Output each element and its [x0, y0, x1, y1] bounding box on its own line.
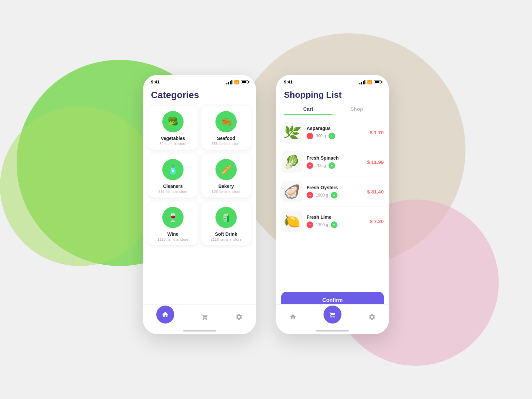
item-image-asparagus: 🌿: [281, 122, 303, 143]
wifi-icon-right: 📶: [367, 80, 372, 84]
item-info-spinach: Fresh Spinach − 700 g +: [307, 155, 363, 169]
bottom-nav-right: [276, 304, 389, 334]
qty-text-asparagus: 300 g: [316, 134, 326, 138]
category-icon-bakery: 🥖: [215, 159, 237, 180]
category-name-vegetables: Vegetables: [161, 136, 185, 141]
nav-home-left[interactable]: [156, 312, 174, 324]
item-info-lime: Fresh Lime − 1100 g +: [307, 214, 366, 228]
status-bar-left: 9:41 📶: [143, 75, 256, 87]
category-card-bakery[interactable]: 🥖 Bakery 106 items in store: [201, 154, 251, 198]
qty-text-lime: 1100 g: [316, 222, 328, 227]
category-name-bakery: Bakery: [218, 184, 234, 189]
qty-plus-oysters[interactable]: +: [331, 192, 337, 199]
categories-grid: 🥦 Vegetables 32 items in store 🦐 Seafood…: [143, 106, 256, 245]
category-icon-wine: 🍷: [162, 207, 184, 228]
nav-settings-left[interactable]: [235, 313, 243, 323]
bg-blob-green2: [0, 106, 160, 266]
qty-minus-lime[interactable]: −: [307, 221, 313, 228]
bottom-nav-left: [143, 304, 256, 334]
item-price-spinach: $ 11.99: [367, 159, 384, 165]
category-name-cleaners: Cleaners: [163, 184, 183, 189]
battery-icon: [241, 80, 248, 84]
signal-icon-right: [359, 80, 365, 84]
category-card-cleaners[interactable]: 🧴 Cleaners 316 items in store: [148, 154, 198, 198]
item-name-asparagus: Asparagus: [307, 126, 366, 131]
item-qty-row-spinach: − 700 g +: [307, 162, 363, 169]
category-count-vegetables: 32 items in store: [160, 142, 187, 146]
qty-plus-asparagus[interactable]: +: [329, 133, 335, 139]
tab-cart[interactable]: Cart: [284, 103, 332, 115]
category-icon-cleaners: 🧴: [162, 159, 184, 180]
item-name-spinach: Fresh Spinach: [307, 155, 363, 161]
nav-cart-right[interactable]: [324, 312, 341, 324]
qty-plus-lime[interactable]: +: [331, 221, 337, 228]
home-icon-active: [156, 306, 174, 324]
phone-shopping: 9:41 📶 Shopping List Cart Shop: [276, 75, 389, 334]
item-fresh-lime: 🍋 Fresh Lime − 1100 g + $ 7.20: [281, 206, 384, 236]
category-card-seafood[interactable]: 🦐 Seafood 656 items in store: [201, 106, 251, 150]
category-icon-softdrink: 🧃: [215, 207, 237, 228]
category-icon-vegetables: 🥦: [162, 111, 184, 132]
qty-text-spinach: 700 g: [316, 163, 326, 168]
tabs: Cart Shop: [276, 103, 389, 115]
time-right: 9:41: [284, 79, 293, 84]
qty-minus-asparagus[interactable]: −: [307, 133, 313, 139]
cart-icon-left: [201, 313, 208, 323]
signal-icon: [226, 80, 232, 84]
item-name-oysters: Fresh Oysters: [307, 185, 363, 190]
category-name-wine: Wine: [167, 231, 178, 237]
home-indicator-right: [316, 330, 349, 332]
home-icon-right: [289, 313, 297, 323]
category-count-softdrink: 2116 items in store: [211, 237, 242, 241]
item-info-asparagus: Asparagus − 300 g +: [307, 126, 366, 139]
phones-container: 9:41 📶 Categories 🥦 Vegetable: [143, 75, 389, 334]
time-left: 9:41: [151, 79, 160, 84]
shopping-title: Shopping List: [276, 87, 389, 103]
item-name-lime: Fresh Lime: [307, 214, 366, 220]
settings-icon-right: [368, 313, 376, 323]
item-price-oysters: $ 81.40: [367, 189, 384, 195]
item-image-lime: 🍋: [281, 210, 303, 232]
item-qty-row-lime: − 1100 g +: [307, 221, 366, 228]
item-price-asparagus: $ 1.70: [370, 130, 384, 135]
item-price-lime: $ 7.20: [370, 218, 384, 224]
wifi-icon: 📶: [234, 80, 239, 84]
category-card-vegetables[interactable]: 🥦 Vegetables 32 items in store: [148, 106, 198, 150]
nav-home-right[interactable]: [289, 313, 297, 323]
qty-text-oysters: 1900 g: [316, 193, 328, 198]
qty-minus-spinach[interactable]: −: [307, 162, 313, 169]
item-qty-row-oysters: − 1900 g +: [307, 192, 363, 199]
item-qty-row-asparagus: − 300 g +: [307, 133, 366, 139]
item-image-spinach: 🥬: [281, 151, 303, 173]
category-count-bakery: 106 items in store: [212, 190, 241, 194]
nav-cart-left[interactable]: [201, 313, 208, 323]
category-icon-seafood: 🦐: [215, 111, 237, 132]
category-count-seafood: 656 items in store: [212, 142, 241, 146]
category-card-wine[interactable]: 🍷 Wine 1116 items in store: [148, 201, 198, 245]
tab-shop[interactable]: Shop: [332, 103, 381, 115]
categories-title: Categories: [143, 87, 256, 106]
item-info-oysters: Fresh Oysters − 1900 g +: [307, 185, 363, 199]
cart-icon-active: [324, 306, 341, 324]
home-indicator-left: [183, 330, 216, 332]
nav-settings-right[interactable]: [368, 313, 376, 323]
shopping-items-list: 🌿 Asparagus − 300 g + $ 1.70 🥬: [276, 116, 389, 289]
category-name-seafood: Seafood: [217, 136, 235, 141]
status-bar-right: 9:41 📶: [276, 75, 389, 87]
status-icons-left: 📶: [226, 80, 248, 84]
category-card-softdrink[interactable]: 🧃 Soft Drink 2116 items in store: [201, 201, 251, 245]
item-asparagus: 🌿 Asparagus − 300 g + $ 1.70: [281, 118, 384, 147]
item-image-oysters: 🦪: [281, 181, 303, 202]
category-count-cleaners: 316 items in store: [159, 190, 188, 194]
battery-icon-right: [374, 80, 381, 84]
item-fresh-spinach: 🥬 Fresh Spinach − 700 g + $ 11.99: [281, 147, 384, 177]
status-icons-right: 📶: [359, 80, 381, 84]
category-count-wine: 1116 items in store: [158, 237, 189, 241]
qty-plus-spinach[interactable]: +: [329, 162, 335, 169]
category-name-softdrink: Soft Drink: [215, 231, 237, 237]
item-fresh-oysters: 🦪 Fresh Oysters − 1900 g + $ 81.40: [281, 177, 384, 206]
phone-categories: 9:41 📶 Categories 🥦 Vegetable: [143, 75, 256, 334]
qty-minus-oysters[interactable]: −: [307, 192, 313, 199]
settings-icon-left: [235, 313, 243, 323]
